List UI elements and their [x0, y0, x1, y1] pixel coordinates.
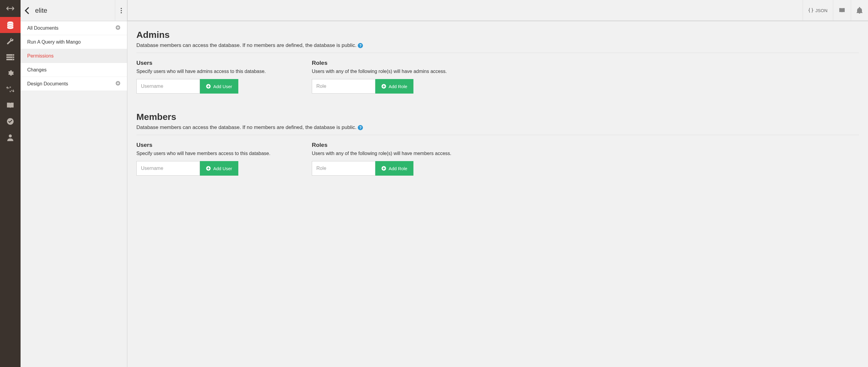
sidebar-item-all-documents[interactable]: All Documents	[21, 21, 127, 35]
members-users-column: Users Specify users who will have member…	[136, 142, 300, 176]
members-users-heading: Users	[136, 142, 300, 148]
members-roles-sub: Users with any of the following role(s) …	[312, 151, 475, 156]
admins-users-sub: Specify users who will have admins acces…	[136, 69, 300, 74]
nav-databases[interactable]	[0, 17, 21, 33]
notifications-button[interactable]	[851, 0, 868, 21]
nav-active-tasks[interactable]	[0, 49, 21, 65]
members-role-input[interactable]	[312, 161, 375, 176]
svg-rect-3	[6, 56, 14, 58]
plus-circle-icon[interactable]	[116, 81, 120, 87]
book-open-icon	[839, 7, 845, 13]
members-roles-column: Roles Users with any of the following ro…	[312, 142, 475, 176]
button-label: Add Role	[389, 166, 407, 171]
sidebar-item-label: Permissions	[27, 53, 54, 59]
plus-circle-icon[interactable]	[116, 25, 120, 31]
svg-rect-10	[8, 87, 9, 89]
admins-roles-column: Roles Users with any of the following ro…	[312, 60, 475, 93]
sidebar-item-design-documents[interactable]: Design Documents	[21, 77, 127, 91]
members-add-user-button[interactable]: Add User	[200, 161, 238, 176]
tasks-icon	[6, 54, 14, 60]
book-icon	[6, 102, 14, 109]
nav-rail	[0, 0, 21, 367]
svg-rect-11	[11, 90, 12, 91]
svg-rect-5	[12, 55, 13, 55]
nav-setup[interactable]	[0, 33, 21, 49]
topbar: JSON	[127, 0, 868, 21]
svg-point-17	[9, 135, 12, 138]
admins-add-role-button[interactable]: Add Role	[375, 79, 413, 93]
admins-description-text: Database members can access the database…	[136, 43, 356, 48]
admins-users-heading: Users	[136, 60, 300, 66]
replication-icon	[6, 86, 14, 93]
sidebar-item-permissions[interactable]: Permissions	[21, 49, 127, 63]
nav-documentation[interactable]	[0, 97, 21, 113]
members-roles-heading: Roles	[312, 142, 475, 148]
svg-rect-7	[12, 59, 13, 60]
admins-description: Database members can access the database…	[136, 43, 859, 49]
svg-point-18	[121, 8, 122, 9]
button-label: Add Role	[389, 84, 407, 89]
expand-icon	[6, 6, 14, 10]
sidebar-header: elite	[21, 0, 127, 21]
sidebar-item-label: Run A Query with Mango	[27, 39, 81, 45]
section-members: Members Database members can access the …	[136, 112, 859, 176]
content: Admins Database members can access the d…	[127, 21, 868, 367]
svg-point-15	[10, 91, 10, 92]
svg-rect-4	[6, 59, 14, 60]
back-button[interactable]	[21, 0, 33, 21]
database-options-button[interactable]	[115, 0, 127, 21]
admins-add-user-button[interactable]: Add User	[200, 79, 238, 93]
json-label: JSON	[815, 8, 828, 13]
sidebar-item-label: Design Documents	[27, 81, 68, 87]
wrench-icon	[7, 37, 14, 45]
plus-circle-icon	[381, 84, 386, 89]
nav-replication[interactable]	[0, 81, 21, 97]
nav-config[interactable]	[0, 65, 21, 81]
svg-rect-2	[6, 54, 14, 56]
collapse-toggle[interactable]	[0, 0, 21, 17]
members-title: Members	[136, 112, 859, 122]
kebab-icon	[121, 8, 122, 13]
help-icon[interactable]: ?	[358, 43, 363, 48]
database-name: elite	[33, 7, 115, 15]
admins-users-column: Users Specify users who will have admins…	[136, 60, 300, 93]
svg-rect-6	[12, 57, 13, 58]
gear-icon	[7, 69, 14, 77]
user-icon	[7, 134, 13, 141]
sidebar-item-changes[interactable]: Changes	[21, 63, 127, 77]
database-icon	[7, 21, 14, 29]
docs-button[interactable]	[833, 0, 851, 21]
admins-roles-sub: Users with any of the following role(s) …	[312, 69, 475, 74]
members-add-role-button[interactable]: Add Role	[375, 161, 413, 176]
members-description: Database members can access the database…	[136, 124, 859, 131]
admins-title: Admins	[136, 30, 859, 40]
nav-login[interactable]	[0, 129, 21, 145]
check-circle-icon	[7, 118, 14, 125]
sidebar: elite All Documents Run A Query with Man…	[21, 0, 127, 367]
database-name-text: elite	[35, 7, 47, 14]
divider	[136, 53, 859, 53]
main: JSON Admins Database members can access …	[127, 0, 868, 367]
help-icon[interactable]: ?	[358, 125, 363, 130]
bell-icon	[857, 7, 863, 13]
plus-circle-icon	[206, 166, 211, 171]
sidebar-item-mango-query[interactable]: Run A Query with Mango	[21, 35, 127, 49]
json-view-button[interactable]: JSON	[803, 0, 833, 21]
svg-point-14	[10, 87, 10, 87]
braces-icon	[808, 8, 813, 13]
svg-point-20	[121, 12, 122, 13]
button-label: Add User	[213, 166, 232, 171]
nav-verify[interactable]	[0, 113, 21, 129]
button-label: Add User	[213, 84, 232, 89]
divider	[136, 135, 859, 135]
members-username-input[interactable]	[136, 161, 200, 176]
members-description-text: Database members can access the database…	[136, 124, 356, 130]
admins-role-input[interactable]	[312, 79, 375, 93]
members-users-sub: Specify users who will have members acce…	[136, 151, 300, 156]
sidebar-item-label: All Documents	[27, 25, 58, 31]
sidebar-item-label: Changes	[27, 67, 46, 73]
svg-point-19	[121, 10, 122, 11]
admins-username-input[interactable]	[136, 79, 200, 93]
admins-roles-heading: Roles	[312, 60, 475, 66]
plus-circle-icon	[206, 84, 211, 89]
